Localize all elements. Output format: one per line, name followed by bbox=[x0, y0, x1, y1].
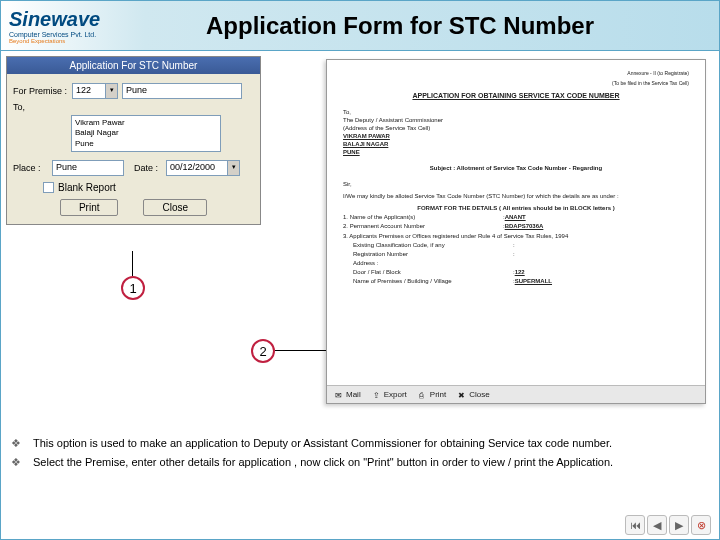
print-icon: ⎙ bbox=[419, 391, 427, 399]
blank-report-checkbox[interactable] bbox=[43, 182, 54, 193]
f2-val: BDAPS7036A bbox=[505, 223, 544, 229]
nav-prev-button[interactable]: ◀ bbox=[647, 515, 667, 535]
premise-city-input[interactable]: Pune bbox=[122, 83, 242, 99]
preview-toolbar: ✉Mail ⇪Export ⎙Print ✖Close bbox=[327, 385, 705, 403]
print-preview: Annexure - II (to Registrate) (To be fil… bbox=[326, 59, 706, 404]
logo-sub: Computer Services Pvt. Ltd. bbox=[9, 31, 113, 38]
doc-to2: (Address of the Service Tax Cell) bbox=[343, 125, 689, 131]
f3c-label: Address : bbox=[353, 260, 513, 266]
note-2: Select the Premise, enter other details … bbox=[33, 454, 613, 471]
export-icon: ⇪ bbox=[373, 391, 381, 399]
f3e-val: SUPERMALL bbox=[515, 278, 552, 284]
to-line: Vikram Pawar bbox=[75, 118, 217, 128]
premise-code-input[interactable]: 122 bbox=[72, 83, 106, 99]
place-input[interactable]: Pune bbox=[52, 160, 124, 176]
f3d-val: 122 bbox=[515, 269, 525, 275]
toolbar-close-button[interactable]: ✖Close bbox=[458, 390, 489, 399]
bullet-icon: ❖ bbox=[11, 454, 33, 471]
callout-1: 1 bbox=[121, 276, 145, 300]
callout-2: 2 bbox=[251, 339, 275, 363]
premise-label: For Premise : bbox=[13, 86, 68, 96]
toolbar-print-button[interactable]: ⎙Print bbox=[419, 390, 446, 399]
f3-label: 3. Applicants Premises or Offices regist… bbox=[343, 233, 689, 239]
nav-first-button[interactable]: ⏮ bbox=[625, 515, 645, 535]
stc-dialog: Application For STC Number For Premise :… bbox=[6, 56, 261, 225]
note-1: This option is used to make an applicati… bbox=[33, 435, 612, 452]
place-label: Place : bbox=[13, 163, 48, 173]
f3a-label: Existing Classification Code, if any bbox=[353, 242, 513, 248]
doc-subject: Subject : Allotment of Service Tax Code … bbox=[343, 165, 689, 171]
doc-sir: Sir, bbox=[343, 181, 689, 187]
to-line: Balaji Nagar bbox=[75, 128, 217, 138]
mail-icon: ✉ bbox=[335, 391, 343, 399]
close-icon: ✖ bbox=[458, 391, 466, 399]
f2-label: 2. Permanent Account Number bbox=[343, 223, 503, 229]
doc-addr3: PUNE bbox=[343, 149, 433, 155]
to-line: Pune bbox=[75, 139, 217, 149]
slide-nav: ⏮ ◀ ▶ ⊗ bbox=[625, 515, 711, 535]
dialog-title: Application For STC Number bbox=[7, 57, 260, 74]
notes: ❖This option is used to make an applicat… bbox=[11, 433, 709, 472]
nav-close-button[interactable]: ⊗ bbox=[691, 515, 711, 535]
print-button[interactable]: Print bbox=[60, 199, 119, 216]
bullet-icon: ❖ bbox=[11, 435, 33, 452]
to-textarea[interactable]: Vikram Pawar Balaji Nagar Pune bbox=[71, 115, 221, 152]
mail-button[interactable]: ✉Mail bbox=[335, 390, 361, 399]
doc-title: APPLICATION FOR OBTAINING SERVICE TAX CO… bbox=[343, 92, 689, 99]
doc-to1: The Deputy / Assistant Commissioner bbox=[343, 117, 689, 123]
logo: Sinewave Computer Services Pvt. Ltd. Bey… bbox=[1, 3, 121, 49]
premise-dropdown-icon[interactable]: ▾ bbox=[106, 83, 118, 99]
date-input[interactable]: 00/12/2000 bbox=[166, 160, 228, 176]
doc-addr2: BALAJI NAGAR bbox=[343, 141, 433, 147]
doc-body: I/We may kindly be alloted Service Tax C… bbox=[343, 193, 689, 199]
doc-to: To, bbox=[343, 109, 689, 115]
page-title: Application Form for STC Number bbox=[121, 12, 719, 40]
logo-main: Sinewave bbox=[9, 8, 113, 31]
cell-note: (To be filed in the Service Tax Cell) bbox=[343, 80, 689, 86]
f1-val: ANANT bbox=[505, 214, 526, 220]
doc-addr1: VIKRAM PAWAR bbox=[343, 133, 433, 139]
f3e-label: Name of Premises / Building / Village bbox=[353, 278, 513, 284]
f3d-label: Door / Flat / Block bbox=[353, 269, 513, 275]
blank-report-label: Blank Report bbox=[58, 182, 116, 193]
f3b-label: Registration Number bbox=[353, 251, 513, 257]
annexure-note: Annexure - II (to Registrate) bbox=[343, 70, 689, 76]
nav-next-button[interactable]: ▶ bbox=[669, 515, 689, 535]
logo-tag: Beyond Expectations bbox=[9, 38, 113, 44]
to-label: To, bbox=[13, 102, 68, 112]
close-button[interactable]: Close bbox=[143, 199, 207, 216]
date-label: Date : bbox=[134, 163, 162, 173]
callout-line bbox=[275, 350, 326, 351]
callout-line bbox=[132, 251, 133, 276]
date-dropdown-icon[interactable]: ▾ bbox=[228, 160, 240, 176]
export-button[interactable]: ⇪Export bbox=[373, 390, 407, 399]
f1-label: 1. Name of the Applicant(s) bbox=[343, 214, 503, 220]
doc-format: FORMAT FOR THE DETAILS ( All entries sho… bbox=[343, 205, 689, 211]
